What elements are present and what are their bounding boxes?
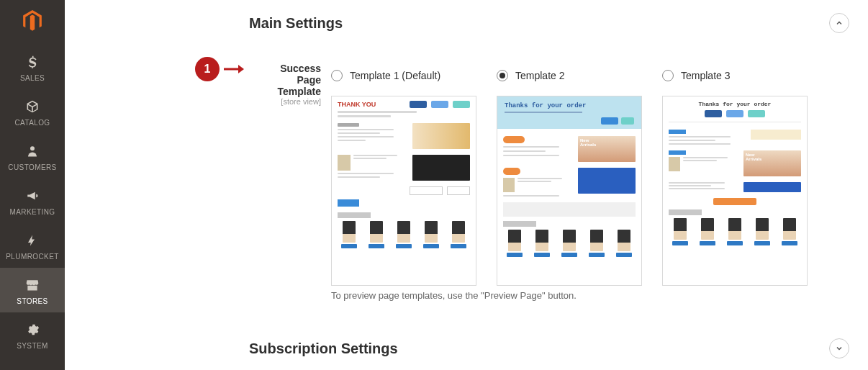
nav-marketing[interactable]: MARKETING: [0, 179, 65, 223]
template-label: Template 3: [681, 70, 730, 81]
template-option: Template 1 (Default) THANK YOU: [331, 71, 475, 286]
field-label-line: Success Page: [258, 63, 321, 86]
template-preview[interactable]: Thanks for your order NewArrivals: [662, 96, 808, 286]
cube-icon: [23, 97, 42, 116]
radio-icon: [662, 70, 674, 81]
preview-title: Thanks for your order: [505, 102, 634, 109]
step-number-badge: 1: [195, 57, 220, 81]
field-label: Success Page Template [store view]: [258, 63, 321, 107]
radio-icon: [331, 70, 343, 81]
nav-plumrocket[interactable]: PLUMROCKET: [0, 223, 65, 268]
expand-icon[interactable]: [829, 338, 849, 358]
gear-icon: [23, 320, 42, 339]
section-title: Main Settings: [249, 15, 343, 32]
main-content: Main Settings 1 Success Page Template [s…: [65, 0, 868, 370]
nav-system[interactable]: SYSTEM: [0, 312, 65, 357]
nav-label: CATALOG: [14, 119, 50, 127]
nav-label: PLUMROCKET: [6, 253, 58, 261]
dollar-icon: [23, 53, 42, 71]
section-subscription-settings-header[interactable]: Subscription Settings: [249, 338, 849, 358]
nav-label: SALES: [20, 74, 45, 82]
nav-label: CUSTOMERS: [8, 163, 56, 171]
nav-stores[interactable]: STORES: [0, 268, 65, 312]
template-radio[interactable]: Template 1 (Default): [331, 70, 475, 81]
arrow-right-icon: [224, 64, 244, 74]
nav-label: SYSTEM: [17, 342, 48, 350]
templates-row: Template 1 (Default) THANK YOU: [331, 71, 806, 286]
plumrocket-icon: [23, 231, 42, 250]
collapse-icon[interactable]: [829, 13, 849, 33]
template-label: Template 1 (Default): [350, 70, 440, 81]
nav-label: MARKETING: [9, 208, 55, 216]
preview-title: Thanks for your order: [663, 96, 807, 107]
radio-icon: [497, 70, 508, 81]
field-label-line: Template: [258, 86, 321, 97]
nav-catalog[interactable]: CATALOG: [0, 89, 65, 134]
section-title: Subscription Settings: [249, 340, 398, 357]
stores-icon: [23, 276, 42, 294]
template-option: Template 3 Thanks for your order NewArri…: [662, 71, 806, 286]
megaphone-icon: [23, 186, 42, 205]
nav-label: STORES: [17, 297, 48, 305]
template-preview[interactable]: THANK YOU: [331, 96, 476, 286]
admin-sidebar: SALES CATALOG CUSTOMERS MARKETING PLUMRO…: [0, 0, 65, 370]
nav-customers[interactable]: CUSTOMERS: [0, 134, 65, 179]
help-text: To preview page templates, use the "Prev…: [331, 290, 577, 301]
preview-title: THANK YOU: [338, 101, 405, 108]
magento-logo-icon: [23, 12, 42, 30]
template-radio[interactable]: Template 2: [497, 70, 641, 81]
step-annotation: 1: [195, 57, 244, 81]
section-main-settings-header[interactable]: Main Settings: [249, 13, 849, 33]
template-label: Template 2: [515, 70, 564, 81]
svg-point-0: [30, 146, 35, 150]
nav-sales[interactable]: SALES: [0, 45, 65, 89]
template-option: Template 2 Thanks for your order NewArri…: [497, 71, 641, 286]
field-scope: [store view]: [258, 97, 321, 107]
person-icon: [23, 142, 42, 161]
nav-home[interactable]: [0, 0, 65, 45]
template-radio[interactable]: Template 3: [662, 70, 806, 81]
template-preview[interactable]: Thanks for your order NewArrivals: [497, 96, 642, 286]
